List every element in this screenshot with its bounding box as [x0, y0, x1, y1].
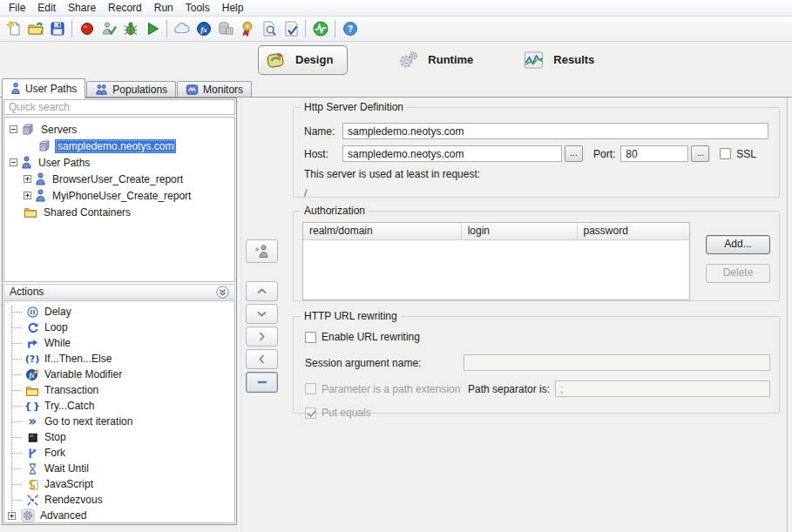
- menu-help[interactable]: Help: [216, 0, 250, 16]
- menu-file[interactable]: File: [3, 0, 31, 16]
- debug-button[interactable]: [119, 18, 141, 39]
- functions-button[interactable]: fx: [193, 18, 214, 39]
- action-item-advanced[interactable]: Advanced: [4, 508, 234, 523]
- server-host-input[interactable]: [342, 145, 562, 162]
- try-catch-icon: { }: [25, 399, 39, 413]
- menu-run[interactable]: Run: [148, 0, 179, 16]
- action-item-variable-modifier[interactable]: fx Variable Modifier: [4, 367, 234, 382]
- column-password[interactable]: password: [578, 223, 689, 239]
- tree-node-myiphoneuser[interactable]: MyiPhoneUser_Create_report: [4, 187, 234, 204]
- host-browse-button[interactable]: ...: [565, 145, 583, 162]
- expand-expander-icon[interactable]: [24, 175, 31, 183]
- port-browse-button[interactable]: ...: [691, 145, 709, 162]
- column-realm-domain[interactable]: realm/domain: [303, 223, 462, 239]
- move-up-button[interactable]: [246, 281, 278, 301]
- action-label: If...Then...Else: [44, 353, 112, 365]
- menu-record[interactable]: Record: [102, 0, 148, 16]
- action-item-while[interactable]: While: [4, 335, 234, 351]
- validation-icon: [282, 20, 300, 37]
- http-server-definition-group: Http Server Definition Name: Host: ... P…: [293, 107, 780, 198]
- action-item-wait-until[interactable]: Wait Until: [4, 461, 234, 476]
- database-button[interactable]: [214, 18, 236, 39]
- server-port-input[interactable]: [620, 145, 688, 162]
- indent-left-button[interactable]: [246, 349, 278, 369]
- move-down-button[interactable]: [246, 304, 278, 324]
- save-button[interactable]: [46, 18, 68, 39]
- action-item-next-iteration[interactable]: » Go to next iteration: [4, 414, 234, 429]
- tree-node-browseruser[interactable]: BrowserUser_Create_report: [4, 171, 234, 187]
- ssl-label: SSL: [736, 148, 756, 160]
- monitoring-icon: [312, 20, 329, 37]
- action-item-stop[interactable]: Stop: [4, 429, 234, 445]
- design-mode-button[interactable]: Design: [258, 45, 348, 75]
- results-mode-button[interactable]: Results: [522, 49, 594, 71]
- tree-node-servers[interactable]: Servers: [4, 121, 234, 138]
- tab-monitors-label: Monitors: [203, 84, 243, 96]
- path-extension-checkbox: [305, 383, 316, 394]
- action-item-if-then-else[interactable]: (?) If...Then...Else: [4, 351, 234, 367]
- menu-share[interactable]: Share: [62, 0, 102, 16]
- check-user-path-button[interactable]: [98, 18, 119, 39]
- cloud-button[interactable]: [171, 18, 193, 39]
- splitter[interactable]: [239, 98, 242, 532]
- record-button[interactable]: [76, 18, 98, 39]
- tree-label-servers[interactable]: Servers: [38, 123, 79, 137]
- actions-title: Actions: [10, 286, 44, 298]
- tab-user-paths[interactable]: User Paths: [2, 78, 85, 98]
- add-authorization-button[interactable]: Add...: [706, 235, 770, 254]
- tree-label-user-paths[interactable]: User Paths: [36, 156, 92, 170]
- action-label: Loop: [44, 321, 68, 333]
- authorization-table-body[interactable]: [303, 240, 689, 300]
- help-button[interactable]: ?: [339, 18, 361, 39]
- action-item-javascript[interactable]: JavaScript: [4, 476, 234, 492]
- collapse-expander-icon[interactable]: [10, 125, 17, 133]
- expand-expander-icon[interactable]: [8, 512, 16, 520]
- monitoring-button[interactable]: [309, 18, 331, 39]
- action-item-fork[interactable]: Fork: [4, 445, 234, 461]
- insert-user-icon: [254, 243, 271, 260]
- new-document-button[interactable]: [3, 18, 24, 39]
- enable-url-rewriting-checkbox[interactable]: [305, 332, 316, 343]
- action-item-transaction[interactable]: Transaction: [4, 382, 234, 398]
- tree-node-server-sampledemo[interactable]: sampledemo.neotys.com: [4, 138, 234, 154]
- path-separator-label: Path separator is:: [468, 383, 550, 395]
- tree-node-user-paths[interactable]: User Paths: [4, 154, 234, 171]
- svg-text:?: ?: [347, 24, 352, 34]
- open-project-button[interactable]: [24, 18, 46, 39]
- expand-expander-icon[interactable]: [24, 192, 31, 199]
- validation-button[interactable]: [280, 18, 301, 39]
- ssl-checkbox[interactable]: [720, 148, 731, 159]
- request-usage-link[interactable]: /: [304, 187, 307, 199]
- insert-user-action-button[interactable]: [246, 239, 278, 263]
- toolbar-separator: [71, 20, 72, 37]
- search-requests-button[interactable]: [258, 18, 280, 39]
- license-button[interactable]: [236, 18, 258, 39]
- runtime-mode-button[interactable]: Runtime: [396, 49, 473, 71]
- menu-edit[interactable]: Edit: [31, 0, 62, 16]
- action-item-try-catch[interactable]: { } Try...Catch: [4, 398, 234, 414]
- tree-node-shared-containers[interactable]: Shared Containers: [4, 204, 234, 220]
- chevron-down-icon: [257, 311, 267, 317]
- design-label: Design: [295, 53, 333, 66]
- indent-right-button[interactable]: [246, 327, 278, 347]
- tab-populations[interactable]: Populations: [86, 81, 176, 98]
- action-item-rendezvous[interactable]: Rendezvous: [4, 492, 234, 508]
- server-name-input[interactable]: [342, 123, 768, 139]
- tree-label-selected-server[interactable]: sampledemo.neotys.com: [55, 139, 176, 153]
- column-login[interactable]: login: [462, 223, 578, 239]
- tree-label-myiphoneuser[interactable]: MyiPhoneUser_Create_report: [50, 189, 193, 203]
- toolbar-separator: [305, 20, 306, 37]
- tab-monitors[interactable]: Monitors: [177, 81, 252, 98]
- tree-label-shared-containers[interactable]: Shared Containers: [41, 205, 133, 219]
- action-item-loop[interactable]: Loop: [4, 320, 234, 335]
- remove-button[interactable]: [246, 372, 278, 393]
- play-button[interactable]: [141, 18, 163, 39]
- collapse-actions-icon[interactable]: [216, 286, 229, 299]
- action-item-delay[interactable]: Delay: [4, 304, 234, 320]
- quick-search-input[interactable]: [3, 99, 235, 115]
- menu-tools[interactable]: Tools: [179, 0, 216, 16]
- cloud-icon: [173, 20, 191, 37]
- tree-label-browseruser[interactable]: BrowserUser_Create_report: [50, 172, 186, 186]
- url-rewriting-group: HTTP URL rewriting Enable URL rewriting …: [293, 316, 780, 414]
- collapse-expander-icon[interactable]: [10, 158, 17, 166]
